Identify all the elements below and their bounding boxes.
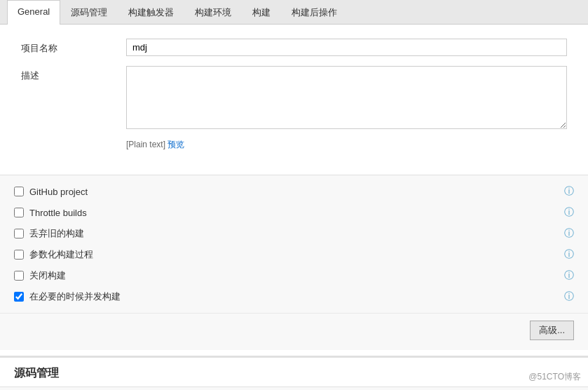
tab-build[interactable]: 构建 (242, 0, 281, 25)
project-name-input[interactable]: mdj (126, 39, 567, 56)
checkbox-row-concurrent: 在必要的时候并发构建 ⓘ (14, 286, 574, 307)
checkbox-row-throttle: Throttle builds ⓘ (14, 202, 574, 223)
plain-text-hint: [Plain text] (126, 140, 165, 149)
checkbox-left-github: GitHub project (14, 187, 88, 197)
project-name-group: 项目名称 mdj (21, 39, 567, 56)
description-input[interactable] (126, 66, 567, 129)
help-icon-discard[interactable]: ⓘ (564, 227, 574, 240)
checkbox-left-discard: 丢弃旧的构建 (14, 227, 84, 240)
tab-bar: General 源码管理 构建触发器 构建环境 构建 构建后操作 (0, 0, 588, 25)
checkbox-row-disable: 关闭构建 ⓘ (14, 265, 574, 286)
help-icon-concurrent[interactable]: ⓘ (564, 290, 574, 303)
label-disable[interactable]: 关闭构建 (29, 269, 66, 282)
checkbox-section: GitHub project ⓘ Throttle builds ⓘ 丢弃旧的构… (0, 175, 588, 313)
content-wrapper: 项目名称 mdj 描述 [Plain text] 预览 GitHub proje… (0, 25, 588, 390)
help-icon-param[interactable]: ⓘ (564, 248, 574, 261)
advanced-button[interactable]: 高级... (530, 321, 574, 340)
checkbox-left-param: 参数化构建过程 (14, 248, 93, 261)
tab-post-build[interactable]: 构建后操作 (281, 0, 348, 25)
label-discard[interactable]: 丢弃旧的构建 (29, 227, 84, 240)
tab-source-control[interactable]: 源码管理 (60, 0, 118, 25)
description-group: 描述 (21, 66, 567, 129)
source-control-header: 源码管理 (0, 356, 588, 386)
checkbox-discard[interactable] (14, 229, 24, 238)
radio-section: None (0, 386, 588, 390)
main-container: General 源码管理 构建触发器 构建环境 构建 构建后操作 项目名称 md… (0, 0, 588, 390)
label-param[interactable]: 参数化构建过程 (29, 248, 93, 261)
advanced-button-row: 高级... (0, 313, 588, 350)
checkbox-github[interactable] (14, 187, 24, 196)
checkbox-row-discard: 丢弃旧的构建 ⓘ (14, 223, 574, 244)
help-icon-throttle[interactable]: ⓘ (564, 206, 574, 219)
label-throttle[interactable]: Throttle builds (29, 208, 87, 218)
help-icon-github[interactable]: ⓘ (564, 185, 574, 198)
checkbox-left-concurrent: 在必要的时候并发构建 (14, 290, 121, 303)
form-section: 项目名称 mdj 描述 [Plain text] 预览 (0, 25, 588, 175)
checkbox-row-param: 参数化构建过程 ⓘ (14, 244, 574, 265)
checkbox-left-disable: 关闭构建 (14, 269, 66, 282)
label-concurrent[interactable]: 在必要的时候并发构建 (29, 290, 121, 303)
checkbox-concurrent[interactable] (14, 292, 24, 302)
description-hint-row: [Plain text] 预览 (126, 139, 567, 151)
preview-link[interactable]: 预览 (167, 140, 184, 149)
checkbox-disable[interactable] (14, 271, 24, 281)
tab-build-env[interactable]: 构建环境 (184, 0, 242, 25)
checkbox-throttle[interactable] (14, 208, 24, 217)
checkbox-row-github: GitHub project ⓘ (14, 181, 574, 202)
project-name-label: 项目名称 (21, 39, 126, 55)
tab-build-triggers[interactable]: 构建触发器 (118, 0, 184, 25)
tab-general[interactable]: General (7, 0, 60, 25)
help-icon-disable[interactable]: ⓘ (564, 269, 574, 282)
description-label: 描述 (21, 66, 126, 82)
checkbox-param[interactable] (14, 250, 24, 260)
checkbox-left-throttle: Throttle builds (14, 208, 87, 218)
label-github[interactable]: GitHub project (29, 187, 88, 197)
